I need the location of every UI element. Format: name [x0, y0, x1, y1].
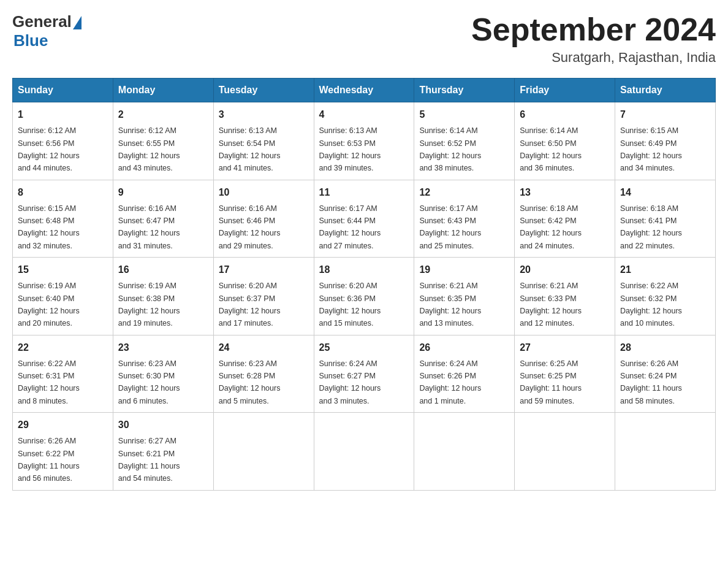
day-number: 23: [118, 340, 208, 355]
calendar-week-4: 22 Sunrise: 6:22 AMSunset: 6:31 PMDaylig…: [13, 335, 716, 413]
day-number: 10: [219, 185, 309, 200]
day-number: 1: [18, 107, 108, 122]
day-info: Sunrise: 6:17 AMSunset: 6:43 PMDaylight:…: [419, 204, 481, 250]
day-info: Sunrise: 6:19 AMSunset: 6:38 PMDaylight:…: [118, 282, 180, 327]
day-number: 15: [18, 262, 108, 277]
day-number: 9: [118, 185, 208, 200]
table-row: 3 Sunrise: 6:13 AMSunset: 6:54 PMDayligh…: [213, 102, 314, 180]
calendar-week-1: 1 Sunrise: 6:12 AMSunset: 6:56 PMDayligh…: [13, 102, 716, 180]
table-row: 26 Sunrise: 6:24 AMSunset: 6:26 PMDaylig…: [414, 335, 515, 413]
day-info: Sunrise: 6:21 AMSunset: 6:33 PMDaylight:…: [520, 282, 582, 327]
table-row: [414, 413, 515, 491]
table-row: 27 Sunrise: 6:25 AMSunset: 6:25 PMDaylig…: [515, 335, 615, 413]
day-number: 14: [620, 185, 710, 200]
table-row: 8 Sunrise: 6:15 AMSunset: 6:48 PMDayligh…: [13, 180, 113, 258]
table-row: 30 Sunrise: 6:27 AMSunset: 6:21 PMDaylig…: [113, 413, 213, 491]
day-info: Sunrise: 6:14 AMSunset: 6:52 PMDaylight:…: [419, 126, 481, 172]
day-info: Sunrise: 6:20 AMSunset: 6:36 PMDaylight:…: [319, 282, 381, 327]
day-number: 22: [18, 340, 108, 355]
day-number: 24: [219, 340, 309, 355]
table-row: 10 Sunrise: 6:16 AMSunset: 6:46 PMDaylig…: [213, 180, 314, 258]
day-info: Sunrise: 6:27 AMSunset: 6:21 PMDaylight:…: [118, 437, 180, 483]
day-number: 4: [319, 107, 409, 122]
table-row: 4 Sunrise: 6:13 AMSunset: 6:53 PMDayligh…: [314, 102, 414, 180]
day-info: Sunrise: 6:13 AMSunset: 6:54 PMDaylight:…: [219, 126, 281, 172]
day-number: 3: [219, 107, 309, 122]
header-saturday: Saturday: [615, 79, 716, 102]
table-row: 25 Sunrise: 6:24 AMSunset: 6:27 PMDaylig…: [314, 335, 414, 413]
day-number: 30: [118, 418, 208, 432]
day-number: 6: [520, 107, 610, 122]
day-info: Sunrise: 6:18 AMSunset: 6:42 PMDaylight:…: [520, 204, 582, 250]
header-monday: Monday: [113, 79, 213, 102]
calendar-table: Sunday Monday Tuesday Wednesday Thursday…: [12, 78, 716, 491]
table-row: 23 Sunrise: 6:23 AMSunset: 6:30 PMDaylig…: [113, 335, 213, 413]
day-info: Sunrise: 6:21 AMSunset: 6:35 PMDaylight:…: [419, 282, 481, 327]
header-wednesday: Wednesday: [314, 79, 414, 102]
table-row: 16 Sunrise: 6:19 AMSunset: 6:38 PMDaylig…: [113, 258, 213, 335]
day-info: Sunrise: 6:13 AMSunset: 6:53 PMDaylight:…: [319, 126, 381, 172]
day-info: Sunrise: 6:12 AMSunset: 6:56 PMDaylight:…: [18, 126, 80, 172]
table-row: [615, 413, 716, 491]
logo-triangle-icon: [73, 16, 82, 29]
day-number: 8: [18, 185, 108, 200]
table-row: 9 Sunrise: 6:16 AMSunset: 6:47 PMDayligh…: [113, 180, 213, 258]
table-row: 15 Sunrise: 6:19 AMSunset: 6:40 PMDaylig…: [13, 258, 113, 335]
table-row: [515, 413, 615, 491]
day-number: 17: [219, 262, 309, 277]
logo-blue-text: Blue: [13, 31, 48, 50]
day-number: 18: [319, 262, 409, 277]
table-row: 19 Sunrise: 6:21 AMSunset: 6:35 PMDaylig…: [414, 258, 515, 335]
day-number: 13: [520, 185, 610, 200]
day-info: Sunrise: 6:24 AMSunset: 6:27 PMDaylight:…: [319, 359, 381, 405]
day-info: Sunrise: 6:16 AMSunset: 6:46 PMDaylight:…: [219, 204, 281, 250]
day-info: Sunrise: 6:23 AMSunset: 6:30 PMDaylight:…: [118, 359, 180, 405]
table-row: 12 Sunrise: 6:17 AMSunset: 6:43 PMDaylig…: [414, 180, 515, 258]
day-number: 28: [620, 340, 710, 355]
day-info: Sunrise: 6:17 AMSunset: 6:44 PMDaylight:…: [319, 204, 381, 250]
table-row: 11 Sunrise: 6:17 AMSunset: 6:44 PMDaylig…: [314, 180, 414, 258]
day-number: 7: [620, 107, 710, 122]
day-number: 16: [118, 262, 208, 277]
day-number: 12: [419, 185, 509, 200]
table-row: 7 Sunrise: 6:15 AMSunset: 6:49 PMDayligh…: [615, 102, 716, 180]
table-row: 24 Sunrise: 6:23 AMSunset: 6:28 PMDaylig…: [213, 335, 314, 413]
page-header: General Blue September 2024 Suratgarh, R…: [12, 12, 716, 66]
table-row: 28 Sunrise: 6:26 AMSunset: 6:24 PMDaylig…: [615, 335, 716, 413]
day-info: Sunrise: 6:22 AMSunset: 6:31 PMDaylight:…: [18, 359, 80, 405]
calendar-week-2: 8 Sunrise: 6:15 AMSunset: 6:48 PMDayligh…: [13, 180, 716, 258]
day-info: Sunrise: 6:15 AMSunset: 6:48 PMDaylight:…: [18, 204, 80, 250]
day-info: Sunrise: 6:20 AMSunset: 6:37 PMDaylight:…: [219, 282, 281, 327]
table-row: 6 Sunrise: 6:14 AMSunset: 6:50 PMDayligh…: [515, 102, 615, 180]
calendar-week-5: 29 Sunrise: 6:26 AMSunset: 6:22 PMDaylig…: [13, 413, 716, 491]
table-row: 22 Sunrise: 6:22 AMSunset: 6:31 PMDaylig…: [13, 335, 113, 413]
calendar-header-row: Sunday Monday Tuesday Wednesday Thursday…: [13, 79, 716, 102]
table-row: 1 Sunrise: 6:12 AMSunset: 6:56 PMDayligh…: [13, 102, 113, 180]
title-section: September 2024 Suratgarh, Rajasthan, Ind…: [471, 12, 716, 66]
table-row: 14 Sunrise: 6:18 AMSunset: 6:41 PMDaylig…: [615, 180, 716, 258]
day-info: Sunrise: 6:15 AMSunset: 6:49 PMDaylight:…: [620, 126, 682, 172]
table-row: [314, 413, 414, 491]
day-info: Sunrise: 6:26 AMSunset: 6:22 PMDaylight:…: [18, 437, 80, 483]
header-tuesday: Tuesday: [213, 79, 314, 102]
day-info: Sunrise: 6:23 AMSunset: 6:28 PMDaylight:…: [219, 359, 281, 405]
location-subtitle: Suratgarh, Rajasthan, India: [471, 50, 716, 66]
day-number: 5: [419, 107, 509, 122]
day-number: 27: [520, 340, 610, 355]
day-number: 26: [419, 340, 509, 355]
table-row: [213, 413, 314, 491]
logo: General Blue: [12, 12, 82, 50]
table-row: 2 Sunrise: 6:12 AMSunset: 6:55 PMDayligh…: [113, 102, 213, 180]
calendar-week-3: 15 Sunrise: 6:19 AMSunset: 6:40 PMDaylig…: [13, 258, 716, 335]
day-number: 11: [319, 185, 409, 200]
table-row: 20 Sunrise: 6:21 AMSunset: 6:33 PMDaylig…: [515, 258, 615, 335]
month-title: September 2024: [471, 12, 716, 47]
table-row: 21 Sunrise: 6:22 AMSunset: 6:32 PMDaylig…: [615, 258, 716, 335]
day-info: Sunrise: 6:16 AMSunset: 6:47 PMDaylight:…: [118, 204, 180, 250]
day-number: 20: [520, 262, 610, 277]
day-info: Sunrise: 6:26 AMSunset: 6:24 PMDaylight:…: [620, 359, 682, 405]
table-row: 5 Sunrise: 6:14 AMSunset: 6:52 PMDayligh…: [414, 102, 515, 180]
table-row: 29 Sunrise: 6:26 AMSunset: 6:22 PMDaylig…: [13, 413, 113, 491]
day-info: Sunrise: 6:24 AMSunset: 6:26 PMDaylight:…: [419, 359, 481, 405]
day-number: 21: [620, 262, 710, 277]
